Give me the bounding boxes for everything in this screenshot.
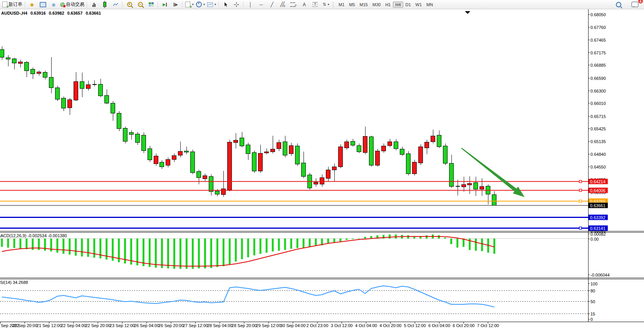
svg-text:2 Oct 23:00: 2 Oct 23:00 (306, 323, 328, 328)
svg-text:23 Sep 12:00: 23 Sep 12:00 (110, 323, 135, 328)
svg-text:50: 50 (590, 299, 595, 304)
trend-arrow[interactable] (461, 148, 525, 197)
svg-text:3 Oct 12:00: 3 Oct 12:00 (331, 323, 353, 328)
timeframe-M15[interactable]: M15 (357, 2, 370, 8)
ohlc-close: 0.63661 (86, 11, 101, 15)
cursor-button[interactable] (220, 1, 231, 8)
text-button[interactable]: A (299, 1, 310, 8)
signals-icon: ◉ (52, 2, 55, 7)
rsi-indicator-label: RSI(14) 34.2688 (0, 280, 28, 285)
signals-button[interactable]: ◉ (48, 1, 59, 8)
trendline-button[interactable]: ╱ (267, 1, 277, 8)
svg-text:100: 100 (590, 282, 597, 286)
svg-text:4 Oct 20:00: 4 Oct 20:00 (379, 323, 401, 328)
market-button[interactable]: ◆ (27, 1, 37, 8)
chat-icon (631, 2, 639, 7)
symbol-name: AUDUSD-,H4 (1, 11, 27, 15)
timeframe-H1[interactable]: H1 (383, 2, 393, 8)
arrows-button[interactable]: ⇅▾ (320, 1, 331, 8)
channel-button[interactable]: ╱╱E (277, 1, 288, 8)
svg-text:0.64550: 0.64550 (590, 165, 606, 169)
chart-shift-marker[interactable] (465, 11, 470, 14)
timeframe-M5[interactable]: M5 (347, 2, 357, 8)
chart-shift-button[interactable]: ▶ (170, 1, 181, 8)
svg-text:0.65425: 0.65425 (590, 127, 606, 131)
charts-icon (40, 2, 46, 7)
svg-text:0.64214: 0.64214 (590, 179, 605, 184)
channel-icon: ╱╱E (280, 2, 285, 7)
svg-text:-0.006044: -0.006044 (590, 273, 610, 277)
zoom-in-icon: + (127, 2, 132, 7)
vertical-line-icon: │ (249, 2, 252, 7)
symbol-ohlc-line: AUDUSD-,H4 0.63916 0.63982 0.63657 0.636… (1, 11, 103, 15)
svg-text:0.67760: 0.67760 (590, 25, 606, 30)
templates-button[interactable]: ▾ (206, 1, 217, 8)
svg-text:22 Sep 04:00: 22 Sep 04:00 (61, 323, 86, 328)
bar-chart-icon (92, 2, 96, 7)
ohlc-high: 0.63982 (49, 11, 64, 15)
svg-text:0.67175: 0.67175 (590, 51, 606, 55)
line-handle[interactable] (579, 181, 582, 183)
search-button[interactable] (613, 1, 624, 8)
charts-button[interactable] (37, 1, 48, 8)
vline-button[interactable]: │ (245, 1, 256, 8)
notification-badge: 1 (638, 0, 643, 4)
crosshair-button[interactable] (231, 1, 242, 8)
svg-text:26 Sep 04:00: 26 Sep 04:00 (134, 323, 159, 328)
main-toolbar: +新订单◆◉自动交易+−▶▶+▾▾▾│─╱╱╱EFAT⇅▾ M1M5M15M30… (0, 0, 644, 9)
svg-text:22 Sep 20:00: 22 Sep 20:00 (85, 323, 110, 328)
text-icon: A (303, 2, 306, 7)
svg-text:0.63392: 0.63392 (590, 215, 605, 220)
line-handle[interactable] (579, 189, 582, 192)
timeframe-M1[interactable]: M1 (336, 2, 347, 8)
rsi-line (2, 286, 494, 307)
svg-text:0.66590: 0.66590 (590, 76, 606, 81)
line-handle[interactable] (579, 227, 582, 229)
toolbar-icon-buttons: +新订单◆◉自动交易+−▶▶+▾▾▾│─╱╱╱EFAT⇅▾ (1, 1, 331, 8)
indicator-axis-labels: 0.000820.00-0.0060441008050150 (588, 232, 610, 322)
timeframe-M30[interactable]: M30 (370, 2, 383, 8)
svg-text:29 Sep 12:00: 29 Sep 12:00 (256, 323, 281, 328)
time-axis: Sep 202220 Sep 20:0021 Sep 12:0022 Sep 0… (0, 322, 499, 328)
periods-icon (196, 2, 202, 7)
line-chart-button[interactable] (110, 1, 121, 8)
timeframe-W1[interactable]: W1 (413, 2, 424, 8)
auto-scroll-button[interactable]: ▶ (159, 1, 170, 8)
horizontal-line-icon: ─ (260, 2, 263, 7)
svg-text:0.63141: 0.63141 (590, 226, 605, 231)
chart-canvas[interactable]: 0.680500.677600.674650.671750.668850.665… (0, 0, 644, 329)
timeframe-H4[interactable]: H4 (393, 2, 403, 8)
arrows-icon: ⇅ (322, 2, 326, 7)
line-handle[interactable] (579, 200, 582, 202)
svg-text:20 Sep 20:00: 20 Sep 20:00 (12, 323, 37, 328)
fibonacci-icon: F (290, 2, 297, 7)
bar-chart-button[interactable] (89, 1, 99, 8)
text-label-button[interactable]: T (310, 1, 320, 8)
tile-windows-button[interactable] (146, 1, 156, 8)
hline-button[interactable]: ─ (256, 1, 267, 8)
timeframe-D1[interactable]: D1 (403, 2, 413, 8)
new-order-button[interactable]: +新订单 (1, 1, 23, 8)
zoom-out-button[interactable]: − (135, 1, 146, 8)
svg-text:28 Sep 04:00: 28 Sep 04:00 (207, 323, 232, 328)
timeframe-MN[interactable]: MN (424, 2, 435, 8)
autotrade-button[interactable]: 自动交易 (59, 1, 86, 8)
svg-text:0: 0 (590, 317, 593, 322)
toolbar-separator (122, 2, 123, 7)
notifications-button[interactable]: 1 (629, 1, 640, 8)
svg-text:15: 15 (590, 312, 595, 316)
svg-text:80: 80 (590, 289, 595, 293)
svg-text:7 Oct 12:00: 7 Oct 12:00 (477, 323, 499, 328)
svg-text:5 Oct 12:00: 5 Oct 12:00 (404, 323, 426, 328)
candlestick-icon (103, 2, 106, 7)
fibonacci-button[interactable]: F (288, 1, 299, 8)
svg-text:0.63661: 0.63661 (590, 203, 605, 208)
search-icon (616, 2, 621, 7)
price-level-lines[interactable]: 0.642140.640060.637650.633920.63141 (0, 179, 608, 231)
zoom-in-button[interactable]: + (124, 1, 135, 8)
toolbar-separator (25, 2, 25, 7)
periods-button[interactable]: ▾ (195, 1, 206, 8)
candlestick-button[interactable] (99, 1, 110, 8)
indicators-button[interactable]: +▾ (184, 1, 195, 8)
timeframe-toolbar: M1M5M15M30H1H4D1W1MN (336, 2, 435, 8)
